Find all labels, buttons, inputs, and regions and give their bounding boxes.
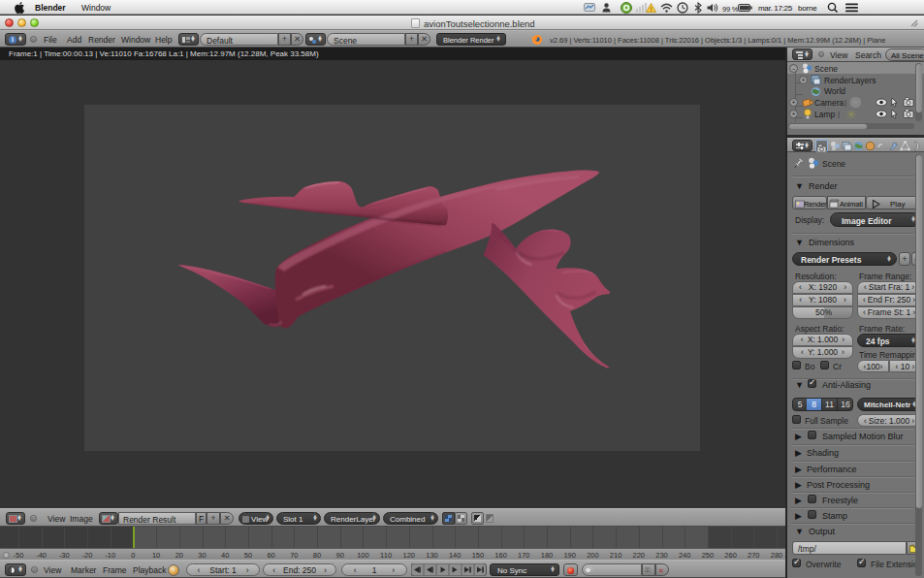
svg-text:!: ! xyxy=(651,6,653,13)
